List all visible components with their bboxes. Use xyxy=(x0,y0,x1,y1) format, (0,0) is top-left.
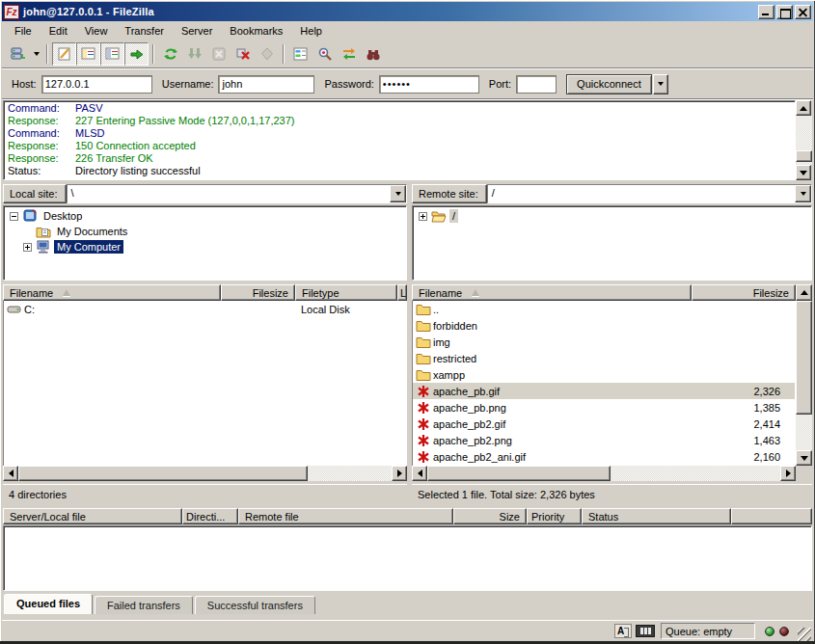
cancel-operation-button[interactable] xyxy=(206,42,231,66)
scroll-up-button[interactable] xyxy=(796,100,811,116)
tab-failed-transfers[interactable]: Failed transfers xyxy=(95,596,193,614)
remote-list-hscrollbar[interactable] xyxy=(412,466,796,481)
local-site-value[interactable]: \ xyxy=(68,185,390,202)
refresh-button[interactable] xyxy=(158,42,182,66)
tree-item-my-computer[interactable]: My Computer xyxy=(4,239,406,255)
column-header-filesize[interactable]: Filesize xyxy=(221,284,295,301)
remote-site-value[interactable]: / xyxy=(488,185,795,202)
local-directory-tree: Desktop My Documents My Computer xyxy=(3,205,407,281)
column-header-filename[interactable]: Filename xyxy=(3,284,221,301)
column-header-server-local-file[interactable]: Server/Local file xyxy=(3,508,182,524)
scroll-left-button[interactable] xyxy=(412,466,427,481)
menu-file[interactable]: File xyxy=(6,23,41,39)
tree-item-desktop[interactable]: Desktop xyxy=(4,208,406,224)
remote-file-row-selected[interactable]: apache_pb.gif 2,326 xyxy=(413,383,795,399)
column-header-direction[interactable]: Directi... xyxy=(182,508,238,524)
remote-file-row[interactable]: apache_pb2_ani.gif 2,160 xyxy=(413,448,795,465)
reconnect-button[interactable] xyxy=(255,42,279,66)
compare-directories-button[interactable] xyxy=(312,42,337,66)
scroll-up-button[interactable] xyxy=(796,284,812,301)
minimize-button[interactable] xyxy=(758,5,774,19)
scrollbar-thumb[interactable] xyxy=(18,466,308,481)
toggle-transfer-queue-button[interactable] xyxy=(124,42,149,66)
menu-transfer[interactable]: Transfer xyxy=(116,23,173,39)
scroll-left-button[interactable] xyxy=(3,466,18,481)
username-input[interactable] xyxy=(218,75,314,94)
column-header-filename[interactable]: Filename xyxy=(412,284,692,301)
scroll-right-button[interactable] xyxy=(392,466,407,481)
remote-file-row[interactable]: apache_pb2.gif 2,414 xyxy=(413,416,795,432)
toggle-local-tree-button[interactable] xyxy=(76,42,100,66)
column-header-filetype[interactable]: Filetype xyxy=(295,284,397,301)
column-header-remote-file[interactable]: Remote file xyxy=(238,508,453,524)
log-scrollbar[interactable] xyxy=(796,100,812,180)
data-type-indicator-icon[interactable]: A xyxy=(614,624,632,638)
remote-site-combobox[interactable]: / xyxy=(487,184,812,203)
speed-limit-indicator-icon[interactable] xyxy=(636,625,655,637)
tree-item-my-documents[interactable]: My Documents xyxy=(4,224,406,239)
process-queue-button[interactable] xyxy=(182,42,206,66)
scroll-down-button[interactable] xyxy=(796,450,812,466)
quickconnect-button[interactable]: Quickconnect xyxy=(566,74,652,94)
remote-file-row[interactable]: apache_pb.png 1,385 xyxy=(413,399,795,416)
menu-help[interactable]: Help xyxy=(291,23,331,39)
toggle-remote-tree-button[interactable] xyxy=(100,42,124,66)
remote-file-row[interactable]: forbidden xyxy=(413,317,795,334)
local-site-combobox[interactable]: \ xyxy=(67,184,407,203)
collapse-expander[interactable] xyxy=(10,212,18,221)
expand-expander[interactable] xyxy=(23,243,32,252)
menu-server[interactable]: Server xyxy=(173,23,221,39)
port-input[interactable] xyxy=(516,75,557,94)
queue-list[interactable] xyxy=(3,525,812,591)
scrollbar-thumb[interactable] xyxy=(796,150,812,162)
remote-file-row[interactable]: restricted xyxy=(413,350,795,366)
scroll-right-button[interactable] xyxy=(780,466,796,481)
maximize-button[interactable] xyxy=(776,5,793,19)
tab-successful-transfers[interactable]: Successful transfers xyxy=(195,596,315,614)
remote-file-row[interactable]: xampp xyxy=(413,366,795,383)
remote-file-row[interactable]: img xyxy=(413,334,795,350)
toolbar-separator xyxy=(283,44,285,64)
remote-site-dropdown-button[interactable] xyxy=(795,185,811,202)
local-file-row[interactable]: C: Local Disk xyxy=(4,301,406,317)
image-file-icon xyxy=(416,449,431,465)
site-manager-button[interactable] xyxy=(6,42,30,66)
triangle-up-icon xyxy=(801,290,808,295)
scrollbar-track[interactable] xyxy=(427,466,780,481)
expand-expander[interactable] xyxy=(419,212,427,221)
disconnect-button[interactable] xyxy=(231,42,255,66)
find-files-button[interactable] xyxy=(361,42,385,66)
quickconnect-dropdown-button[interactable] xyxy=(653,74,668,94)
remote-list-scrollbar[interactable] xyxy=(796,301,812,466)
column-header-priority[interactable]: Priority xyxy=(527,508,582,524)
log-line: Command:MLSD xyxy=(4,127,795,140)
password-input[interactable] xyxy=(379,75,479,94)
local-list-hscrollbar[interactable] xyxy=(3,466,407,481)
tab-queued-files[interactable]: Queued files xyxy=(4,594,93,614)
menu-bookmarks[interactable]: Bookmarks xyxy=(221,23,291,39)
local-site-dropdown-button[interactable] xyxy=(390,185,406,202)
scrollbar-thumb[interactable] xyxy=(427,466,611,481)
scrollbar-track[interactable] xyxy=(796,301,812,450)
scroll-down-button[interactable] xyxy=(796,165,811,180)
host-input[interactable] xyxy=(41,75,152,94)
close-button[interactable] xyxy=(795,5,811,19)
column-header-status[interactable]: Status xyxy=(582,508,731,524)
toggle-message-log-button[interactable] xyxy=(52,42,76,66)
menu-view[interactable]: View xyxy=(76,23,117,39)
tree-item-root[interactable]: / xyxy=(413,208,811,224)
triangle-down-icon xyxy=(801,456,808,461)
remote-file-row[interactable]: apache_pb2.png 1,463 xyxy=(413,432,795,448)
menu-edit[interactable]: Edit xyxy=(41,23,76,39)
site-manager-dropdown-button[interactable] xyxy=(30,42,42,66)
column-header-last-modified[interactable]: L xyxy=(397,284,407,301)
column-header-size[interactable]: Size xyxy=(453,508,527,524)
remote-file-row[interactable]: .. xyxy=(413,301,795,317)
scrollbar-track[interactable] xyxy=(796,116,812,165)
directory-filters-button[interactable] xyxy=(288,42,312,66)
synchronized-browsing-button[interactable] xyxy=(337,42,361,66)
resize-grip[interactable] xyxy=(798,628,811,641)
scrollbar-track[interactable] xyxy=(18,466,392,481)
scrollbar-thumb[interactable] xyxy=(796,301,812,415)
column-header-filesize[interactable]: Filesize xyxy=(692,284,796,301)
